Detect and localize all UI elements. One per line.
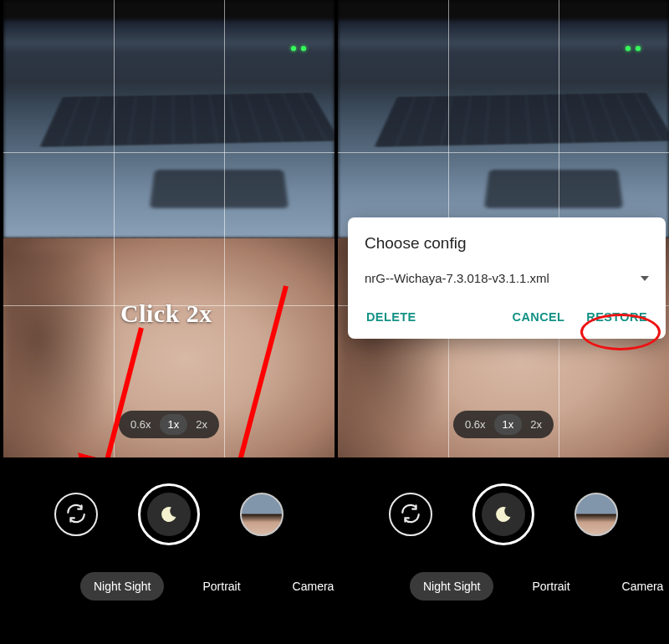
- zoom-selector[interactable]: 0.6x 1x 2x: [453, 411, 554, 438]
- scene-trackpad: [150, 170, 289, 208]
- scene-trackpad: [484, 170, 623, 208]
- zoom-1x[interactable]: 1x: [494, 414, 523, 435]
- mode-night-sight[interactable]: Night Sight: [410, 572, 493, 601]
- mode-selector[interactable]: Night Sight Portrait Camera: [338, 568, 669, 605]
- switch-camera-button[interactable]: [54, 493, 98, 536]
- delete-button[interactable]: DELETE: [365, 307, 418, 327]
- scene-leds: [626, 46, 651, 51]
- night-sight-icon: [482, 493, 525, 536]
- mode-camera[interactable]: Camera: [609, 572, 669, 601]
- shutter-button[interactable]: [138, 483, 200, 545]
- config-dropdown[interactable]: nrG--Wichaya-7.3.018-v3.1.1.xml: [365, 271, 649, 285]
- scene-leds: [291, 46, 316, 51]
- scene-finger-shadow: [3, 251, 120, 457]
- camera-bottom-bar: Night Sight Portrait Camera: [338, 457, 669, 644]
- mode-portrait[interactable]: Portrait: [189, 572, 253, 601]
- switch-camera-icon: [65, 503, 87, 527]
- mode-camera[interactable]: Camera: [279, 572, 334, 601]
- zoom-0-6x[interactable]: 0.6x: [122, 414, 160, 435]
- cancel-button[interactable]: CANCEL: [511, 307, 567, 327]
- zoom-0-6x[interactable]: 0.6x: [457, 414, 494, 435]
- zoom-1x[interactable]: 1x: [160, 414, 188, 435]
- gallery-thumbnail[interactable]: [240, 493, 283, 536]
- mode-selector[interactable]: Night Sight Portrait Camera: [3, 568, 334, 605]
- chevron-down-icon: [641, 276, 649, 281]
- dialog-title: Choose config: [365, 234, 649, 253]
- restore-button[interactable]: RESTORE: [585, 307, 649, 327]
- right-screenshot: 0.6x 1x 2x Choose config nrG--Wichaya-7.…: [338, 0, 669, 644]
- mode-portrait[interactable]: Portrait: [518, 572, 583, 601]
- switch-camera-button[interactable]: [389, 493, 432, 536]
- zoom-selector[interactable]: 0.6x 1x 2x: [119, 411, 219, 438]
- switch-camera-icon: [400, 503, 421, 527]
- config-selected-file: nrG--Wichaya-7.3.018-v3.1.1.xml: [365, 271, 549, 285]
- camera-viewfinder: 0.6x 1x 2x Click 2x: [3, 0, 334, 457]
- camera-bottom-bar: Night Sight Portrait Camera: [3, 457, 334, 644]
- zoom-2x[interactable]: 2x: [522, 414, 550, 435]
- camera-viewfinder: 0.6x 1x 2x Choose config nrG--Wichaya-7.…: [338, 0, 669, 457]
- scene-keyboard: [375, 93, 669, 147]
- choose-config-dialog: Choose config nrG--Wichaya-7.3.018-v3.1.…: [348, 217, 666, 339]
- zoom-2x[interactable]: 2x: [187, 414, 216, 435]
- mode-night-sight[interactable]: Night Sight: [80, 572, 164, 601]
- annotation-click-2x: Click 2x: [120, 299, 212, 328]
- left-screenshot: 0.6x 1x 2x Click 2x: [3, 0, 334, 644]
- scene-keyboard: [40, 93, 334, 147]
- gallery-thumbnail[interactable]: [575, 493, 618, 536]
- night-sight-icon: [147, 493, 191, 536]
- shutter-button[interactable]: [472, 483, 534, 545]
